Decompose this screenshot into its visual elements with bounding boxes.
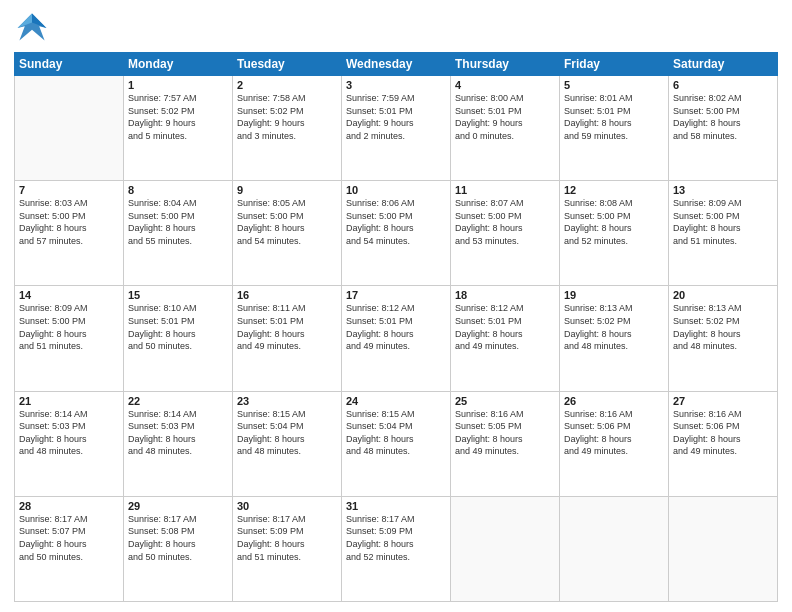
day-number: 19 bbox=[564, 289, 664, 301]
logo-icon bbox=[14, 10, 50, 46]
table-cell bbox=[15, 76, 124, 181]
table-cell: 2Sunrise: 7:58 AM Sunset: 5:02 PM Daylig… bbox=[233, 76, 342, 181]
day-info: Sunrise: 8:17 AM Sunset: 5:09 PM Dayligh… bbox=[237, 513, 337, 563]
table-cell: 14Sunrise: 8:09 AM Sunset: 5:00 PM Dayli… bbox=[15, 286, 124, 391]
table-cell: 23Sunrise: 8:15 AM Sunset: 5:04 PM Dayli… bbox=[233, 391, 342, 496]
day-info: Sunrise: 8:02 AM Sunset: 5:00 PM Dayligh… bbox=[673, 92, 773, 142]
table-cell: 22Sunrise: 8:14 AM Sunset: 5:03 PM Dayli… bbox=[124, 391, 233, 496]
table-cell: 28Sunrise: 8:17 AM Sunset: 5:07 PM Dayli… bbox=[15, 496, 124, 601]
calendar-week-row: 21Sunrise: 8:14 AM Sunset: 5:03 PM Dayli… bbox=[15, 391, 778, 496]
table-cell bbox=[451, 496, 560, 601]
day-info: Sunrise: 8:05 AM Sunset: 5:00 PM Dayligh… bbox=[237, 197, 337, 247]
day-number: 12 bbox=[564, 184, 664, 196]
day-info: Sunrise: 7:59 AM Sunset: 5:01 PM Dayligh… bbox=[346, 92, 446, 142]
calendar-week-row: 7Sunrise: 8:03 AM Sunset: 5:00 PM Daylig… bbox=[15, 181, 778, 286]
day-number: 17 bbox=[346, 289, 446, 301]
day-number: 24 bbox=[346, 395, 446, 407]
table-cell: 7Sunrise: 8:03 AM Sunset: 5:00 PM Daylig… bbox=[15, 181, 124, 286]
day-number: 11 bbox=[455, 184, 555, 196]
day-info: Sunrise: 8:12 AM Sunset: 5:01 PM Dayligh… bbox=[346, 302, 446, 352]
calendar-week-row: 14Sunrise: 8:09 AM Sunset: 5:00 PM Dayli… bbox=[15, 286, 778, 391]
col-friday: Friday bbox=[560, 53, 669, 76]
col-saturday: Saturday bbox=[669, 53, 778, 76]
table-cell: 3Sunrise: 7:59 AM Sunset: 5:01 PM Daylig… bbox=[342, 76, 451, 181]
day-info: Sunrise: 8:01 AM Sunset: 5:01 PM Dayligh… bbox=[564, 92, 664, 142]
table-cell: 29Sunrise: 8:17 AM Sunset: 5:08 PM Dayli… bbox=[124, 496, 233, 601]
day-number: 28 bbox=[19, 500, 119, 512]
day-info: Sunrise: 8:16 AM Sunset: 5:05 PM Dayligh… bbox=[455, 408, 555, 458]
day-number: 30 bbox=[237, 500, 337, 512]
day-number: 22 bbox=[128, 395, 228, 407]
main-container: Sunday Monday Tuesday Wednesday Thursday… bbox=[0, 0, 792, 612]
logo bbox=[14, 10, 52, 46]
day-number: 15 bbox=[128, 289, 228, 301]
day-info: Sunrise: 8:16 AM Sunset: 5:06 PM Dayligh… bbox=[673, 408, 773, 458]
table-cell bbox=[669, 496, 778, 601]
calendar-week-row: 1Sunrise: 7:57 AM Sunset: 5:02 PM Daylig… bbox=[15, 76, 778, 181]
day-number: 23 bbox=[237, 395, 337, 407]
day-number: 13 bbox=[673, 184, 773, 196]
table-cell: 8Sunrise: 8:04 AM Sunset: 5:00 PM Daylig… bbox=[124, 181, 233, 286]
day-info: Sunrise: 8:16 AM Sunset: 5:06 PM Dayligh… bbox=[564, 408, 664, 458]
calendar-header-row: Sunday Monday Tuesday Wednesday Thursday… bbox=[15, 53, 778, 76]
day-number: 20 bbox=[673, 289, 773, 301]
day-number: 8 bbox=[128, 184, 228, 196]
col-tuesday: Tuesday bbox=[233, 53, 342, 76]
header bbox=[14, 10, 778, 46]
day-info: Sunrise: 8:09 AM Sunset: 5:00 PM Dayligh… bbox=[19, 302, 119, 352]
day-number: 7 bbox=[19, 184, 119, 196]
col-thursday: Thursday bbox=[451, 53, 560, 76]
day-number: 18 bbox=[455, 289, 555, 301]
table-cell: 13Sunrise: 8:09 AM Sunset: 5:00 PM Dayli… bbox=[669, 181, 778, 286]
table-cell: 9Sunrise: 8:05 AM Sunset: 5:00 PM Daylig… bbox=[233, 181, 342, 286]
table-cell: 6Sunrise: 8:02 AM Sunset: 5:00 PM Daylig… bbox=[669, 76, 778, 181]
table-cell: 30Sunrise: 8:17 AM Sunset: 5:09 PM Dayli… bbox=[233, 496, 342, 601]
day-info: Sunrise: 8:14 AM Sunset: 5:03 PM Dayligh… bbox=[19, 408, 119, 458]
day-info: Sunrise: 8:11 AM Sunset: 5:01 PM Dayligh… bbox=[237, 302, 337, 352]
table-cell: 21Sunrise: 8:14 AM Sunset: 5:03 PM Dayli… bbox=[15, 391, 124, 496]
day-info: Sunrise: 8:15 AM Sunset: 5:04 PM Dayligh… bbox=[346, 408, 446, 458]
day-info: Sunrise: 8:17 AM Sunset: 5:08 PM Dayligh… bbox=[128, 513, 228, 563]
day-number: 1 bbox=[128, 79, 228, 91]
day-number: 16 bbox=[237, 289, 337, 301]
table-cell: 24Sunrise: 8:15 AM Sunset: 5:04 PM Dayli… bbox=[342, 391, 451, 496]
day-number: 6 bbox=[673, 79, 773, 91]
table-cell: 11Sunrise: 8:07 AM Sunset: 5:00 PM Dayli… bbox=[451, 181, 560, 286]
day-number: 26 bbox=[564, 395, 664, 407]
table-cell: 10Sunrise: 8:06 AM Sunset: 5:00 PM Dayli… bbox=[342, 181, 451, 286]
day-info: Sunrise: 8:09 AM Sunset: 5:00 PM Dayligh… bbox=[673, 197, 773, 247]
day-info: Sunrise: 7:58 AM Sunset: 5:02 PM Dayligh… bbox=[237, 92, 337, 142]
col-sunday: Sunday bbox=[15, 53, 124, 76]
table-cell: 18Sunrise: 8:12 AM Sunset: 5:01 PM Dayli… bbox=[451, 286, 560, 391]
calendar-table: Sunday Monday Tuesday Wednesday Thursday… bbox=[14, 52, 778, 602]
day-info: Sunrise: 8:13 AM Sunset: 5:02 PM Dayligh… bbox=[564, 302, 664, 352]
day-info: Sunrise: 8:08 AM Sunset: 5:00 PM Dayligh… bbox=[564, 197, 664, 247]
day-number: 31 bbox=[346, 500, 446, 512]
day-number: 2 bbox=[237, 79, 337, 91]
day-number: 27 bbox=[673, 395, 773, 407]
table-cell: 5Sunrise: 8:01 AM Sunset: 5:01 PM Daylig… bbox=[560, 76, 669, 181]
day-info: Sunrise: 8:00 AM Sunset: 5:01 PM Dayligh… bbox=[455, 92, 555, 142]
day-number: 10 bbox=[346, 184, 446, 196]
table-cell: 25Sunrise: 8:16 AM Sunset: 5:05 PM Dayli… bbox=[451, 391, 560, 496]
day-info: Sunrise: 8:17 AM Sunset: 5:09 PM Dayligh… bbox=[346, 513, 446, 563]
day-info: Sunrise: 8:17 AM Sunset: 5:07 PM Dayligh… bbox=[19, 513, 119, 563]
table-cell: 19Sunrise: 8:13 AM Sunset: 5:02 PM Dayli… bbox=[560, 286, 669, 391]
table-cell: 20Sunrise: 8:13 AM Sunset: 5:02 PM Dayli… bbox=[669, 286, 778, 391]
day-number: 5 bbox=[564, 79, 664, 91]
day-number: 21 bbox=[19, 395, 119, 407]
col-wednesday: Wednesday bbox=[342, 53, 451, 76]
day-info: Sunrise: 8:10 AM Sunset: 5:01 PM Dayligh… bbox=[128, 302, 228, 352]
day-number: 25 bbox=[455, 395, 555, 407]
day-number: 3 bbox=[346, 79, 446, 91]
day-info: Sunrise: 8:15 AM Sunset: 5:04 PM Dayligh… bbox=[237, 408, 337, 458]
table-cell: 17Sunrise: 8:12 AM Sunset: 5:01 PM Dayli… bbox=[342, 286, 451, 391]
table-cell: 16Sunrise: 8:11 AM Sunset: 5:01 PM Dayli… bbox=[233, 286, 342, 391]
day-number: 14 bbox=[19, 289, 119, 301]
table-cell: 31Sunrise: 8:17 AM Sunset: 5:09 PM Dayli… bbox=[342, 496, 451, 601]
day-number: 9 bbox=[237, 184, 337, 196]
day-info: Sunrise: 8:13 AM Sunset: 5:02 PM Dayligh… bbox=[673, 302, 773, 352]
day-info: Sunrise: 8:06 AM Sunset: 5:00 PM Dayligh… bbox=[346, 197, 446, 247]
day-info: Sunrise: 8:07 AM Sunset: 5:00 PM Dayligh… bbox=[455, 197, 555, 247]
day-info: Sunrise: 8:14 AM Sunset: 5:03 PM Dayligh… bbox=[128, 408, 228, 458]
